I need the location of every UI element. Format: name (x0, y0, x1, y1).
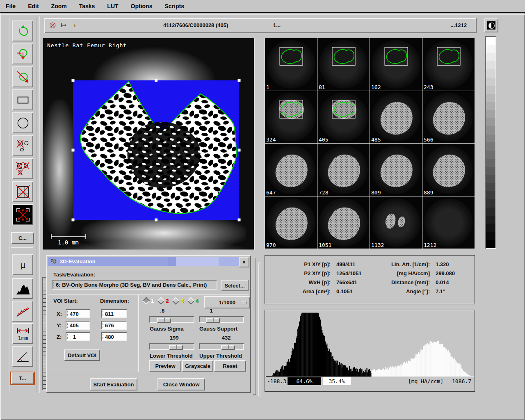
upper-threshold-slider[interactable] (199, 343, 244, 350)
tool-measure-distance-button[interactable]: 1mm (12, 323, 33, 344)
dialog-title: 3D-Evaluation (60, 258, 96, 265)
radio-diamond[interactable] (142, 297, 150, 304)
lut-step (486, 53, 495, 62)
tool-contour-propagate-button[interactable] (12, 43, 33, 64)
component-radio-2[interactable]: 2 (158, 298, 169, 304)
histogram-plot (266, 311, 474, 377)
dimension-x-field[interactable]: 811 (101, 309, 127, 318)
thumbnail-image (422, 144, 475, 196)
contrast-lut-button[interactable] (484, 18, 498, 32)
start-evaluation-button[interactable]: Start Evaluation (90, 378, 137, 390)
slider-handle[interactable] (221, 345, 235, 350)
axis-origin-icon[interactable] (61, 23, 66, 28)
thumbnail-slice-162[interactable]: 162 (370, 38, 422, 91)
tool-angle-button[interactable] (12, 346, 33, 367)
menu-tasks[interactable]: Tasks (79, 3, 95, 9)
tool-draw-contour-button[interactable] (12, 21, 33, 41)
default-voi-button[interactable]: Default VOI (64, 349, 100, 361)
thumbnail-slice-81[interactable]: 81 (317, 38, 370, 91)
grayscale-button[interactable]: Grayscale (182, 360, 213, 372)
tool-histogram-button[interactable] (12, 278, 33, 299)
menu-zoom[interactable]: Zoom (51, 3, 67, 9)
slice-range-end: ...1212 (450, 22, 467, 28)
menu-file[interactable]: File (6, 3, 16, 9)
preview-button[interactable]: Preview (149, 360, 181, 372)
no-symbol-icon[interactable] (49, 22, 56, 29)
tool-profile-button[interactable] (12, 301, 33, 322)
thumbnail-slice-647[interactable]: 647 (265, 144, 317, 196)
gauss-sigma-slider[interactable] (149, 316, 194, 323)
thumbnail-slice-324[interactable]: 324 (265, 91, 317, 144)
radio-diamond[interactable] (187, 297, 194, 304)
rectangle-icon (15, 92, 31, 108)
voi-start-z-field[interactable]: 1 (66, 332, 90, 341)
tool-grid-delete-button[interactable] (12, 181, 33, 202)
lower-threshold-value: 199 (165, 335, 183, 341)
thumbnail-slice-405[interactable]: 405 (317, 91, 370, 144)
m-value: 0.1051 (336, 288, 353, 294)
grayscale-lut-bar (485, 36, 496, 249)
component-radio-3[interactable]: 3 (173, 298, 183, 304)
tool-contour-cut-line-button[interactable] (12, 66, 33, 87)
menu-scripts[interactable]: Scripts (164, 3, 184, 9)
dimension-y-field[interactable]: 676 (101, 321, 127, 330)
slice-number: 1132 (371, 242, 384, 248)
thumbnail-slice-1212[interactable]: 1212 (422, 196, 475, 249)
thumbnail-slice-809[interactable]: 809 (370, 144, 422, 196)
slider-handle[interactable] (206, 318, 220, 323)
gauss-support-slider-group: 1 Gauss Support (199, 307, 245, 332)
tool-delete-objects-button[interactable] (12, 158, 33, 179)
lut-step (486, 110, 495, 118)
task-field[interactable]: 6: BV-Only Bone Morpho (3D Seg, BV and D… (52, 280, 217, 290)
select-task-button[interactable]: Select... (221, 280, 249, 291)
thumbnail-slice-1132[interactable]: 1132 (370, 196, 422, 249)
menu-options[interactable]: Options (131, 3, 153, 9)
slice-number: 324 (266, 137, 276, 143)
thumbnail-slice-1[interactable]: 1 (265, 38, 317, 91)
tool-move-pan-button[interactable] (12, 204, 33, 225)
svg-text:1mm: 1mm (18, 335, 28, 341)
tasks-more-button[interactable]: T... (11, 372, 34, 384)
gauss-support-slider[interactable] (199, 316, 244, 323)
tool-attenuation-button[interactable]: µ (12, 254, 33, 275)
tool-delete-object-button[interactable] (12, 135, 33, 156)
dialog-close-icon[interactable]: × (239, 257, 249, 267)
thumbnail-slice-566[interactable]: 566 (422, 91, 475, 144)
thumbnail-slice-1051[interactable]: 1051 (317, 196, 370, 249)
menu-edit[interactable]: Edit (28, 3, 39, 9)
voi-start-x-field[interactable]: 470 (66, 309, 90, 318)
dimension-z-field[interactable]: 480 (101, 332, 127, 341)
dialog-title-bar[interactable]: 3D-Evaluation (48, 257, 242, 266)
slice-range-start: 1... (273, 22, 281, 28)
task-label: Task/Evaluation: (53, 272, 95, 278)
slider-handle[interactable] (169, 345, 183, 350)
info-icon[interactable]: i (73, 22, 76, 28)
thumbnail-slice-970[interactable]: 970 (265, 196, 317, 249)
main-slice-view[interactable]: 1.0 mm Nestle Rat Femur Right (43, 38, 254, 250)
thumbnail-slice-243[interactable]: 243 (422, 38, 475, 91)
lut-step (486, 151, 495, 159)
reset-button[interactable]: Reset (214, 360, 246, 372)
menu-lut[interactable]: LUT (107, 3, 118, 9)
tool-rectangle-roi-button[interactable] (12, 89, 33, 110)
lower-threshold-slider[interactable] (149, 343, 194, 350)
tool-circle-roi-button[interactable] (12, 112, 33, 133)
thumbnail-slice-889[interactable]: 889 (422, 144, 475, 196)
slider-handle[interactable] (157, 318, 171, 323)
lut-step (486, 167, 495, 175)
component-radio-4[interactable]: 4 (188, 298, 199, 304)
component-radio-1[interactable]: 1 (144, 298, 154, 304)
lut-step (486, 118, 495, 126)
contours-more-button[interactable]: C... (11, 232, 34, 244)
thumbnail-slice-728[interactable]: 728 (317, 144, 370, 196)
thumbnail-slice-485[interactable]: 485 (370, 91, 422, 144)
underlying-window-edge2 (258, 262, 261, 396)
m-label: P1 X/Y [p]: (269, 261, 331, 267)
radio-diamond[interactable] (158, 297, 165, 304)
lower-threshold-slider-group: 199 Lower Threshold (149, 334, 195, 359)
lut-step (486, 102, 495, 110)
close-window-button[interactable]: Close Window (158, 378, 205, 390)
voi-start-y-field[interactable]: 405 (66, 321, 90, 330)
lut-step (486, 208, 495, 216)
radio-diamond[interactable] (172, 297, 180, 304)
